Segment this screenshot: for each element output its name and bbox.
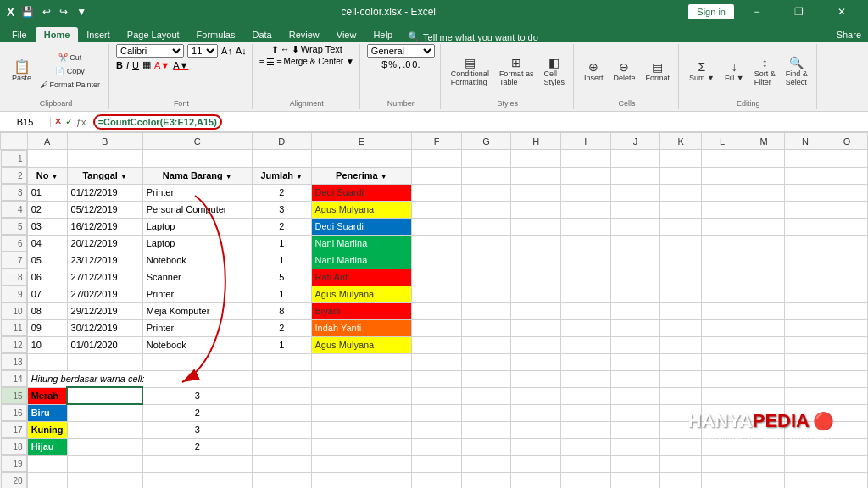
- cell-o2[interactable]: [826, 167, 867, 184]
- cell-m19[interactable]: [743, 455, 784, 472]
- cell-l20[interactable]: [702, 472, 743, 488]
- comma-btn[interactable]: ,: [398, 59, 401, 69]
- cell-h19[interactable]: [511, 455, 561, 472]
- cell-f2[interactable]: [412, 167, 462, 184]
- cell-j12[interactable]: [610, 336, 660, 353]
- cell-h4[interactable]: [511, 201, 561, 218]
- cell-b3[interactable]: 01/12/2019: [67, 184, 142, 201]
- cell-n11[interactable]: [784, 319, 826, 336]
- cell-j19[interactable]: [610, 455, 660, 472]
- cell-d13[interactable]: [252, 353, 311, 370]
- cell-o10[interactable]: [826, 302, 867, 319]
- cell-o5[interactable]: [826, 218, 867, 235]
- col-header-c[interactable]: C: [142, 133, 252, 150]
- cell-n5[interactable]: [784, 218, 826, 235]
- cell-h20[interactable]: [511, 472, 561, 488]
- cell-n9[interactable]: [784, 286, 826, 302]
- cell-k9[interactable]: [660, 286, 702, 302]
- fill-btn[interactable]: ↓Fill ▼: [721, 58, 748, 84]
- cell-a16-label[interactable]: Biru: [27, 404, 67, 421]
- tab-review[interactable]: Review: [281, 27, 328, 42]
- cell-k6[interactable]: [660, 235, 702, 252]
- cell-d9[interactable]: 1: [252, 286, 311, 302]
- cell-k19[interactable]: [660, 455, 702, 472]
- col-header-n[interactable]: N: [784, 133, 826, 150]
- cell-m11[interactable]: [743, 319, 784, 336]
- cell-b9[interactable]: 27/02/2019: [67, 286, 142, 302]
- cell-o12[interactable]: [826, 336, 867, 353]
- currency-btn[interactable]: $: [381, 59, 387, 69]
- italic-btn[interactable]: I: [126, 60, 129, 70]
- cell-i8[interactable]: [561, 269, 610, 286]
- cell-f13[interactable]: [412, 353, 462, 370]
- cell-m4[interactable]: [743, 201, 784, 218]
- cell-i14[interactable]: [561, 370, 610, 387]
- cell-c13[interactable]: [142, 353, 252, 370]
- cell-h11[interactable]: [511, 319, 561, 336]
- cell-h13[interactable]: [511, 353, 561, 370]
- tell-me-bar[interactable]: 🔍 Tell me what you want to do: [401, 31, 830, 42]
- cell-h16[interactable]: [511, 404, 561, 421]
- cell-g19[interactable]: [461, 455, 511, 472]
- cell-a4[interactable]: 02: [27, 201, 67, 218]
- cell-d10[interactable]: 8: [252, 302, 311, 319]
- cell-k10[interactable]: [660, 302, 702, 319]
- cell-m1[interactable]: [743, 150, 784, 168]
- cell-j5[interactable]: [610, 218, 660, 235]
- align-bottom-btn[interactable]: ⬇: [292, 44, 299, 55]
- cell-e8[interactable]: Rafi Arif: [311, 269, 412, 286]
- decrease-font-btn[interactable]: A↓: [236, 46, 247, 56]
- cell-e18[interactable]: [311, 438, 412, 455]
- increase-decimal-btn[interactable]: .0: [403, 59, 410, 69]
- cell-b12[interactable]: 01/01/2020: [67, 336, 142, 353]
- cell-e17[interactable]: [311, 421, 412, 438]
- header-nama[interactable]: Nama Barang ▼: [142, 167, 252, 184]
- cell-n13[interactable]: [784, 353, 826, 370]
- col-header-i[interactable]: I: [561, 133, 610, 150]
- cell-j4[interactable]: [610, 201, 660, 218]
- cell-c19[interactable]: [142, 455, 252, 472]
- cell-summary-header[interactable]: Hitung berdasar warna cell:: [27, 370, 252, 387]
- cell-h1[interactable]: [511, 150, 561, 168]
- cell-f15[interactable]: [412, 387, 462, 404]
- cell-l19[interactable]: [702, 455, 743, 472]
- cell-m10[interactable]: [743, 302, 784, 319]
- cell-g6[interactable]: [461, 235, 511, 252]
- format-btn[interactable]: ▤Format: [642, 58, 673, 84]
- cell-i17[interactable]: [561, 421, 610, 438]
- col-header-k[interactable]: K: [660, 133, 702, 150]
- cell-i18[interactable]: [561, 438, 610, 455]
- underline-btn[interactable]: U: [132, 60, 139, 70]
- cell-f8[interactable]: [412, 269, 462, 286]
- cell-a8[interactable]: 06: [27, 269, 67, 286]
- cell-i11[interactable]: [561, 319, 610, 336]
- cell-a11[interactable]: 09: [27, 319, 67, 336]
- cell-j9[interactable]: [610, 286, 660, 302]
- cell-c8[interactable]: Scanner: [142, 269, 252, 286]
- cell-n8[interactable]: [784, 269, 826, 286]
- cell-j10[interactable]: [610, 302, 660, 319]
- tab-file[interactable]: File: [3, 27, 36, 42]
- cell-n4[interactable]: [784, 201, 826, 218]
- cell-j2[interactable]: [610, 167, 660, 184]
- cell-d6[interactable]: 1: [252, 235, 311, 252]
- conditional-formatting-btn[interactable]: ▤ConditionalFormatting: [448, 54, 492, 88]
- cell-m13[interactable]: [743, 353, 784, 370]
- cell-g4[interactable]: [461, 201, 511, 218]
- cell-k8[interactable]: [660, 269, 702, 286]
- confirm-formula-btn[interactable]: ✓: [65, 116, 73, 127]
- cell-j14[interactable]: [610, 370, 660, 387]
- insert-function-btn[interactable]: ƒx: [76, 117, 86, 127]
- cell-i12[interactable]: [561, 336, 610, 353]
- cell-o9[interactable]: [826, 286, 867, 302]
- cell-c11[interactable]: Printer: [142, 319, 252, 336]
- cell-c20[interactable]: [142, 472, 252, 488]
- tab-page-layout[interactable]: Page Layout: [119, 27, 188, 42]
- cell-h3[interactable]: [511, 184, 561, 201]
- cell-k12[interactable]: [660, 336, 702, 353]
- cell-g5[interactable]: [461, 218, 511, 235]
- cell-c3[interactable]: Printer: [142, 184, 252, 201]
- header-no[interactable]: No ▼: [27, 167, 67, 184]
- cell-l9[interactable]: [702, 286, 743, 302]
- cell-b5[interactable]: 16/12/2019: [67, 218, 142, 235]
